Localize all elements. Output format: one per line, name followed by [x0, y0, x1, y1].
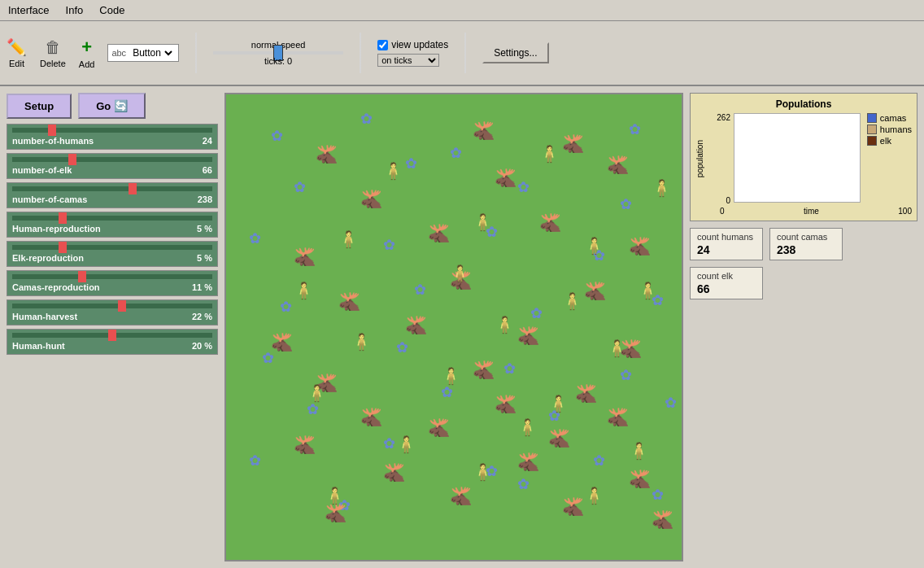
- slider-number-of-elk[interactable]: number-of-elk66: [7, 153, 218, 179]
- count-humans-box: count humans 24: [690, 228, 763, 260]
- slider-value-text: 20 %: [192, 341, 212, 351]
- elk-entity: 🫎: [325, 505, 346, 522]
- slider-label-text: number-of-humans: [12, 136, 94, 146]
- edit-button[interactable]: ✏️ Edit: [7, 37, 27, 68]
- legend-color-humans: [867, 125, 877, 134]
- human-entity: 🧍: [562, 293, 582, 309]
- add-button[interactable]: + Add: [79, 37, 95, 69]
- slider-Elk-reproduction[interactable]: Elk-reproduction5 %: [7, 241, 218, 267]
- elk-entity: 🫎: [473, 122, 495, 140]
- slider-value-text: 24: [203, 136, 212, 146]
- slider-thumb[interactable]: [48, 125, 56, 136]
- sim-buttons: Setup Go 🔄: [7, 93, 218, 119]
- elk-entity: 🫎: [539, 214, 561, 232]
- delete-button[interactable]: 🗑 Delete: [40, 38, 66, 68]
- slider-track: [12, 304, 212, 308]
- human-entity: 🧍: [325, 487, 345, 504]
- flower-entity: ✿: [249, 231, 261, 246]
- widget-type-icon: abc: [111, 48, 126, 58]
- slider-thumb[interactable]: [108, 330, 116, 341]
- elk-entity: 🫎: [629, 238, 651, 256]
- count-camas-box: count camas 238: [769, 228, 843, 260]
- slider-track: [12, 216, 212, 221]
- elk-entity: 🫎: [629, 470, 651, 488]
- elk-entity: 🫎: [495, 169, 516, 187]
- slider-number-of-camas[interactable]: number-of-camas238: [7, 182, 218, 208]
- go-button[interactable]: Go 🔄: [78, 93, 146, 119]
- slider-thumb[interactable]: [59, 242, 67, 253]
- slider-track: [12, 274, 212, 279]
- slider-Human-hunt[interactable]: Human-hunt20 %: [7, 329, 218, 355]
- flower-entity: ✿: [383, 436, 395, 451]
- menu-interface[interactable]: Interface: [3, 2, 54, 18]
- ticks-label: ticks: 0: [264, 56, 292, 66]
- elk-entity: 🫎: [584, 282, 606, 300]
- flower-entity: ✿: [294, 180, 306, 194]
- count-row-1: count humans 24 count camas 238: [690, 228, 917, 260]
- flower-entity: ✿: [271, 129, 283, 143]
- slider-value-text: 5 %: [197, 224, 212, 234]
- legend-item-camas: camas: [867, 113, 912, 123]
- edit-label: Edit: [9, 59, 24, 68]
- menu-info[interactable]: Info: [61, 2, 89, 18]
- chart-xmax: 100: [898, 207, 912, 216]
- settings-button[interactable]: Settings...: [482, 42, 548, 63]
- view-updates-checkbox[interactable]: [377, 40, 388, 50]
- slider-Human-reproduction[interactable]: Human-reproduction5 %: [7, 212, 218, 238]
- speed-control: normal speed ticks: 0: [213, 40, 343, 66]
- simulation-view: ✿✿✿✿✿✿✿✿✿✿✿✿✿✿✿✿✿✿✿✿✿✿✿✿✿✿✿✿✿✿✿🫎🫎🫎🫎🫎🫎🫎🫎🫎…: [224, 93, 683, 561]
- human-entity: 🧍: [450, 265, 470, 282]
- elk-entity: 🫎: [575, 385, 597, 403]
- refresh-icon: 🔄: [114, 99, 128, 112]
- slider-label-text: Human-harvest: [12, 312, 77, 321]
- human-entity: 🧍: [307, 385, 327, 401]
- elk-entity: 🫎: [294, 436, 316, 454]
- chart-xmin: 0: [720, 207, 725, 216]
- chart-ymax: 262: [717, 113, 730, 122]
- flower-entity: ✿: [620, 368, 632, 382]
- slider-Camas-reproduction[interactable]: Camas-reproduction11 %: [7, 270, 218, 296]
- slider-track: [12, 333, 212, 338]
- flower-entity: ✿: [280, 299, 292, 314]
- chart-ylabel: population: [695, 140, 704, 177]
- human-entity: 🧍: [607, 340, 627, 356]
- setup-button[interactable]: Setup: [7, 94, 72, 119]
- human-entity: 🧍: [629, 443, 649, 459]
- legend-label-elk: elk: [880, 136, 891, 146]
- elk-entity: 🫎: [517, 453, 539, 471]
- flower-entity: ✿: [450, 146, 462, 160]
- delete-label: Delete: [40, 59, 66, 68]
- slider-number-of-humans[interactable]: number-of-humans24: [7, 124, 218, 150]
- slider-thumb[interactable]: [118, 300, 126, 312]
- toolbar-sep-1: [195, 33, 197, 73]
- flower-entity: ✿: [629, 122, 641, 137]
- menu-code[interactable]: Code: [94, 2, 129, 18]
- widget-type-select[interactable]: Button Slider Switch: [129, 46, 175, 59]
- widget-selector[interactable]: abc Button Slider Switch: [107, 44, 179, 62]
- human-entity: 🧍: [539, 146, 560, 162]
- human-entity: 🧍: [517, 419, 538, 435]
- human-entity: 🧍: [652, 180, 672, 196]
- flower-entity: ✿: [383, 238, 395, 252]
- view-updates-select[interactable]: on ticks continuous never: [377, 54, 439, 67]
- slider-thumb[interactable]: [129, 183, 137, 194]
- human-entity: 🧍: [638, 282, 658, 299]
- flower-entity: ✿: [441, 385, 453, 400]
- toolbar-sep-3: [464, 33, 466, 73]
- slider-Human-harvest[interactable]: Human-harvest22 %: [7, 299, 218, 326]
- flower-entity: ✿: [593, 453, 605, 468]
- chart-ymin: 0: [726, 196, 730, 205]
- slider-thumb[interactable]: [59, 212, 67, 224]
- slider-thumb[interactable]: [68, 154, 76, 165]
- elk-entity: 🫎: [548, 430, 570, 448]
- elk-entity: 🫎: [562, 498, 584, 516]
- chart-canvas: [734, 113, 861, 203]
- elk-entity: 🫎: [450, 487, 472, 505]
- human-entity: 🧍: [584, 238, 604, 254]
- slider-track: [12, 186, 212, 191]
- slider-label-text: Human-reproduction: [12, 224, 101, 234]
- slider-thumb[interactable]: [78, 271, 86, 282]
- flower-entity: ✿: [530, 306, 543, 321]
- speed-slider[interactable]: [213, 51, 343, 55]
- chart-plot: [734, 113, 861, 205]
